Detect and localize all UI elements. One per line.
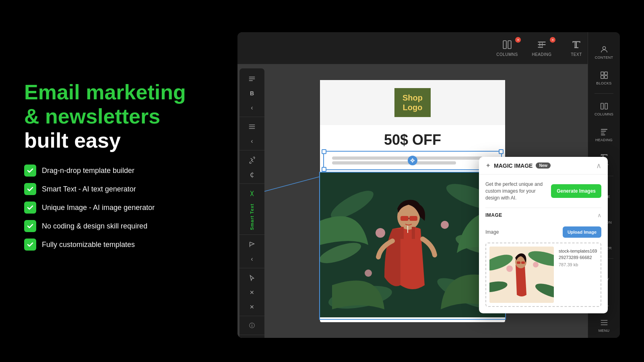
selected-text-block[interactable]: ✥ xyxy=(324,152,501,169)
magic-panel-header: ✦ MAGIC IMAGE New ∧ xyxy=(479,157,608,175)
check-icon-2 xyxy=(24,183,36,195)
handle-tl[interactable] xyxy=(322,149,326,154)
sidebar-item-heading[interactable]: HEADING xyxy=(590,123,618,147)
close-btn-heading[interactable]: ✕ xyxy=(550,37,555,43)
left-toolbar: B ‹ ‹ ₵ Smart Tex xyxy=(239,68,264,338)
svg-rect-10 xyxy=(605,103,607,109)
tool-info[interactable]: ⓘ xyxy=(243,319,261,333)
new-badge: New xyxy=(536,162,551,169)
tool-list2[interactable] xyxy=(243,119,261,134)
feature-list: Drag-n-drop template builder Smart Text … xyxy=(24,165,209,251)
svg-point-33 xyxy=(376,228,385,238)
image-section-chevron-icon[interactable]: ∧ xyxy=(597,212,601,218)
svg-rect-8 xyxy=(604,76,607,78)
svg-rect-38 xyxy=(409,216,417,221)
tool-group-smart-text: Smart Text xyxy=(239,186,264,235)
tool-bold[interactable]: B xyxy=(243,86,261,101)
toolbar-item-columns[interactable]: ✕ COLUMNS xyxy=(496,39,518,57)
marketing-section: Email marketing & newsletters built easy… xyxy=(24,80,209,251)
list-item: Unique Image - AI image generator xyxy=(24,202,209,214)
tool-group-7 xyxy=(239,337,264,338)
svg-point-34 xyxy=(441,221,449,229)
list-item: No coding & design skill required xyxy=(24,220,209,232)
svg-rect-53 xyxy=(517,261,520,264)
toolbar-item-text[interactable]: TEXT xyxy=(565,39,588,57)
marketing-title-line3: built easy xyxy=(24,129,121,152)
svg-rect-41 xyxy=(412,227,415,239)
image-upload-row: Image Upload Image xyxy=(485,226,601,238)
menu-sidebar-label: MENU xyxy=(599,329,610,333)
email-headline: 50$ OFF xyxy=(320,125,505,152)
close-panel-button[interactable]: ∧ xyxy=(596,162,601,169)
preview-filename: stock-templates16929273289 66682 xyxy=(559,248,597,261)
tool-close1[interactable]: ✕ xyxy=(243,285,261,300)
image-section-header: IMAGE ∧ xyxy=(485,208,601,222)
image-preview-area: stock-templates16929273289 66682 787.39 … xyxy=(485,243,601,307)
marketing-title-line1: Email marketing xyxy=(24,80,186,104)
tool-link[interactable] xyxy=(243,153,261,167)
toolbar-item-heading[interactable]: ✕ H HEADING xyxy=(530,39,553,57)
svg-rect-1 xyxy=(508,41,511,49)
sidebar-item-menu[interactable]: MENU xyxy=(590,313,618,337)
email-image-block[interactable] xyxy=(320,173,505,319)
tool-currency[interactable]: ₵ xyxy=(243,167,261,182)
tool-settings[interactable] xyxy=(243,337,261,338)
tool-arrow-left3[interactable]: ‹ xyxy=(243,252,261,266)
marketing-title-line2: & newsletters xyxy=(24,105,160,128)
feature-text-1: Drag-n-drop template builder xyxy=(42,167,134,175)
tool-arrow-left[interactable]: ‹ xyxy=(243,101,261,115)
sidebar-item-blocks[interactable]: Blocks xyxy=(590,66,618,90)
thumb-illustration xyxy=(489,247,554,303)
email-template: Shop Logo 50$ OFF ✥ xyxy=(320,80,505,322)
content-sidebar-label: Content xyxy=(595,56,613,60)
check-icon-3 xyxy=(24,202,36,214)
magic-panel-title-row: ✦ MAGIC IMAGE New xyxy=(485,162,551,169)
list-item: Smart Text - AI text generator xyxy=(24,183,209,195)
close-btn-columns[interactable]: ✕ xyxy=(515,37,521,43)
preview-thumbnail xyxy=(489,247,554,303)
svg-point-4 xyxy=(603,47,605,49)
check-icon-4 xyxy=(24,220,36,232)
image-label: Image xyxy=(485,229,499,235)
heading-sidebar-label: HEADING xyxy=(595,138,613,142)
tool-list[interactable] xyxy=(243,72,261,86)
shop-logo: Shop Logo xyxy=(394,88,431,117)
tool-cursor[interactable] xyxy=(243,271,261,285)
blocks-sidebar-label: Blocks xyxy=(596,81,611,85)
magic-image-panel: ✦ MAGIC IMAGE New ∧ Get the perfect uniq… xyxy=(479,157,608,313)
heading-label: HEADING xyxy=(532,52,551,57)
tool-scissors[interactable] xyxy=(243,186,261,201)
svg-point-50 xyxy=(506,265,513,272)
marketing-title: Email marketing & newsletters built easy xyxy=(24,80,209,152)
feature-text-2: Smart Text - AI text generator xyxy=(42,185,136,193)
generate-images-button[interactable]: Generate Images xyxy=(551,184,601,198)
feature-text-4: No coding & design skill required xyxy=(42,222,147,230)
email-header: Shop Logo xyxy=(320,80,505,125)
handle-bl[interactable] xyxy=(322,167,326,172)
list-item: Drag-n-drop template builder xyxy=(24,165,209,177)
svg-rect-54 xyxy=(521,261,525,264)
svg-point-35 xyxy=(365,269,372,277)
sidebar-item-columns[interactable]: COLUMNS xyxy=(590,97,618,121)
tool-group-3: ₵ xyxy=(239,153,264,184)
svg-point-51 xyxy=(533,262,539,267)
tool-group-1: B ‹ xyxy=(239,72,264,117)
fashion-illustration xyxy=(320,173,505,317)
tool-flag[interactable] xyxy=(243,237,261,252)
list-item: Fully customizable templates xyxy=(24,239,209,251)
magic-panel-title: MAGIC IMAGE xyxy=(494,162,533,169)
selection-move-handle[interactable]: ✥ xyxy=(408,156,417,165)
svg-rect-5 xyxy=(601,72,603,75)
preview-size: 787.39 kb xyxy=(559,262,597,267)
check-icon-5 xyxy=(24,239,36,251)
text-label: TEXT xyxy=(571,52,582,57)
tool-close2[interactable]: ✕ xyxy=(243,300,261,314)
magic-description: Get the perfect unique and custom images… xyxy=(485,181,546,201)
tool-group-2: ‹ xyxy=(239,119,264,150)
columns-label: COLUMNS xyxy=(496,52,518,57)
upload-image-button[interactable]: Upload Image xyxy=(563,226,601,238)
svg-line-43 xyxy=(260,177,320,193)
sidebar-item-content[interactable]: Content xyxy=(590,40,618,64)
handle-tr[interactable] xyxy=(499,149,504,154)
tool-arrow-left2[interactable]: ‹ xyxy=(243,134,261,148)
